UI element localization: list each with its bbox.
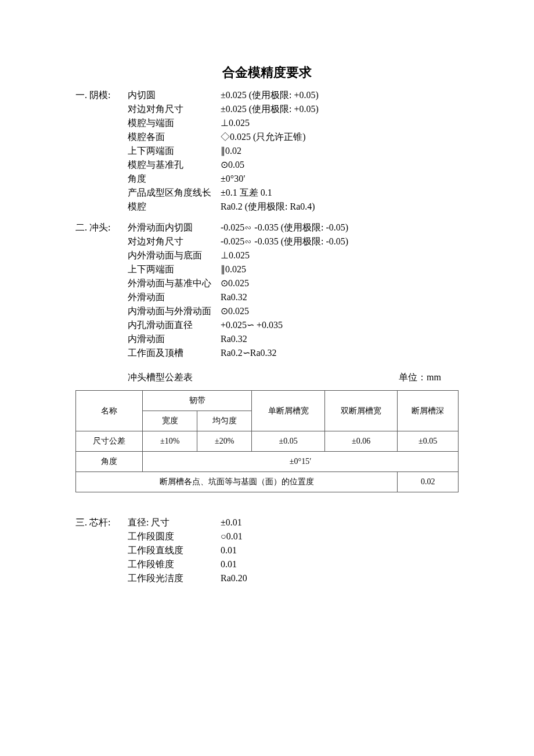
spec-row: 工作段圆度○0.01 <box>128 530 459 543</box>
spec-value: ⊥0.025 <box>221 249 459 262</box>
cell-angle-val: ±0°15′ <box>143 452 459 472</box>
spec-row: 直径: 尺寸±0.01 <box>128 516 459 530</box>
spec-row: 上下两端面∥0.02 <box>128 144 459 158</box>
spec-name: 工作段光洁度 <box>128 571 221 585</box>
col-rd-header: 韧带 <box>143 391 252 411</box>
spec-name: 对边对角尺寸 <box>128 102 221 116</box>
cell-size-single: ±0.05 <box>252 431 325 452</box>
spec-value: Ra0.2 (使用极限: Ra0.4) <box>221 200 459 214</box>
spec-value: ∥0.025 <box>221 262 459 276</box>
spec-row: 上下两端面∥0.025 <box>128 262 459 276</box>
spec-row: 模腔 Ra0.2 (使用极限: Ra0.4) <box>128 200 459 214</box>
spec-value: 0.01 <box>221 543 459 557</box>
table-unit: 单位：mm <box>399 370 459 384</box>
section-3-rows: 直径: 尺寸±0.01 工作段圆度○0.01 工作段直线度0.01 工作段锥度0… <box>128 516 459 585</box>
spec-row: 内滑动面与外滑动面⊙0.025 <box>128 304 459 318</box>
col-depth-header: 断屑槽深 <box>398 391 459 431</box>
spec-row: 工作面及顶槽Ra0.2∽Ra0.32 <box>128 346 459 360</box>
spec-row: 产品成型区角度线长 ±0.1 互差 0.1 <box>128 186 459 200</box>
document-title: 合金模精度要求 <box>75 64 459 81</box>
spec-name: 工作段锥度 <box>128 557 221 571</box>
section-1-rows: 内切圆±0.025 (使用极限: +0.05) 对边对角尺寸±0.025 (使用… <box>128 88 459 214</box>
spec-name: 模腔与基准孔 <box>128 158 221 172</box>
spec-value: ∥0.02 <box>221 144 459 158</box>
spec-name: 产品成型区角度线长 <box>128 186 221 200</box>
spec-value: +0.025∽ +0.035 <box>221 318 459 332</box>
spec-value: Ra0.32 <box>221 332 459 346</box>
col-single-header: 单断屑槽宽 <box>252 391 325 431</box>
col-name-header: 名称 <box>76 391 143 431</box>
section-label-1: 一. 阴模: <box>75 88 128 214</box>
spec-row: 工作段光洁度Ra0.20 <box>128 571 459 585</box>
spec-name: 工作面及顶槽 <box>128 346 221 360</box>
table-row: 尺寸公差 ±10% ±20% ±0.05 ±0.06 ±0.05 <box>76 431 459 452</box>
section-label-3: 三. 芯杆: <box>75 516 128 585</box>
table-row: 角度 ±0°15′ <box>76 452 459 472</box>
col-rd-uniform-header: 均匀度 <box>197 411 252 431</box>
spec-row: 对边对角尺寸±0.025 (使用极限: +0.05) <box>128 102 459 116</box>
spec-value: ⊥0.025 <box>221 116 459 130</box>
spec-row: 外滑动面与基准中心⊙0.025 <box>128 276 459 290</box>
spec-name: 模腔与端面 <box>128 116 221 130</box>
section-yinmu: 一. 阴模: 内切圆±0.025 (使用极限: +0.05) 对边对角尺寸±0.… <box>75 88 459 214</box>
spec-value: ⊙0.05 <box>221 158 459 172</box>
spec-row: 内滑动面Ra0.32 <box>128 332 459 346</box>
spec-name: 外滑动面与基准中心 <box>128 276 221 290</box>
spec-name: 上下两端面 <box>128 262 221 276</box>
cell-size-rdw: ±10% <box>143 431 197 452</box>
row-size-label: 尺寸公差 <box>76 431 143 452</box>
row-angle-label: 角度 <box>76 452 143 472</box>
spec-row: 工作段锥度0.01 <box>128 557 459 571</box>
spec-name: 内滑动面 <box>128 332 221 346</box>
spec-row: 工作段直线度0.01 <box>128 543 459 557</box>
spec-value: ±0.025 (使用极限: +0.05) <box>221 88 459 102</box>
section-chongtou: 二. 冲头: 外滑动面内切圆-0.025∽ -0.035 (使用极限: -0.0… <box>75 221 459 360</box>
table-row: 断屑槽各点、坑面等与基圆（面）的位置度 0.02 <box>76 472 459 492</box>
table-header-line: 冲头槽型公差表 单位：mm <box>128 370 459 384</box>
spec-row: 内孔滑动面直径+0.025∽ +0.035 <box>128 318 459 332</box>
spec-name: 直径: 尺寸 <box>128 516 221 530</box>
spec-name: 外滑动面 <box>128 290 221 304</box>
spec-name: 上下两端面 <box>128 144 221 158</box>
spec-value: ±0.025 (使用极限: +0.05) <box>221 102 459 116</box>
spec-value: ±0.1 互差 0.1 <box>221 186 459 200</box>
spec-value: 0.01 <box>221 557 459 571</box>
spec-value: ◇0.025 (只允许正锥) <box>221 130 459 144</box>
col-double-header: 双断屑槽宽 <box>324 391 398 431</box>
section-xingang: 三. 芯杆: 直径: 尺寸±0.01 工作段圆度○0.01 工作段直线度0.01… <box>75 516 459 585</box>
spec-name: 模腔 <box>128 200 221 214</box>
spec-row: 对边对角尺寸-0.025∽ -0.035 (使用极限: -0.05) <box>128 235 459 249</box>
spec-row: 模腔与端面⊥0.025 <box>128 116 459 130</box>
spec-value: ⊙0.025 <box>221 304 459 318</box>
spec-row: 外滑动面内切圆-0.025∽ -0.035 (使用极限: -0.05) <box>128 221 459 235</box>
spec-value: Ra0.20 <box>221 571 459 585</box>
spec-name: 内外滑动面与底面 <box>128 249 221 262</box>
spec-name: 工作段圆度 <box>128 530 221 543</box>
tolerance-table: 名称 韧带 单断屑槽宽 双断屑槽宽 断屑槽深 宽度 均匀度 尺寸公差 ±10% … <box>75 390 459 492</box>
row-pos-label: 断屑槽各点、坑面等与基圆（面）的位置度 <box>76 472 398 492</box>
spec-row: 内外滑动面与底面⊥0.025 <box>128 249 459 262</box>
spec-value: -0.025∽ -0.035 (使用极限: -0.05) <box>221 221 459 235</box>
table-row: 名称 韧带 单断屑槽宽 双断屑槽宽 断屑槽深 <box>76 391 459 411</box>
spec-value: ⊙0.025 <box>221 276 459 290</box>
spec-name: 内滑动面与外滑动面 <box>128 304 221 318</box>
cell-size-double: ±0.06 <box>324 431 398 452</box>
spec-value: ○0.01 <box>221 530 459 543</box>
spec-name: 内孔滑动面直径 <box>128 318 221 332</box>
cell-size-rdu: ±20% <box>197 431 252 452</box>
spec-row: 模腔各面◇0.025 (只允许正锥) <box>128 130 459 144</box>
spec-value: ±0.01 <box>221 516 459 530</box>
spec-value: ±0°30′ <box>221 172 459 186</box>
spec-row: 角度 ±0°30′ <box>128 172 459 186</box>
spec-row: 内切圆±0.025 (使用极限: +0.05) <box>128 88 459 102</box>
spec-name: 角度 <box>128 172 221 186</box>
section-2-rows: 外滑动面内切圆-0.025∽ -0.035 (使用极限: -0.05) 对边对角… <box>128 221 459 360</box>
col-rd-width-header: 宽度 <box>143 411 197 431</box>
spec-value: Ra0.2∽Ra0.32 <box>221 346 459 360</box>
spec-name: 工作段直线度 <box>128 543 221 557</box>
spec-name: 对边对角尺寸 <box>128 235 221 249</box>
spec-name: 内切圆 <box>128 88 221 102</box>
cell-pos-val: 0.02 <box>398 472 459 492</box>
spec-row: 外滑动面Ra0.32 <box>128 290 459 304</box>
spec-name: 模腔各面 <box>128 130 221 144</box>
